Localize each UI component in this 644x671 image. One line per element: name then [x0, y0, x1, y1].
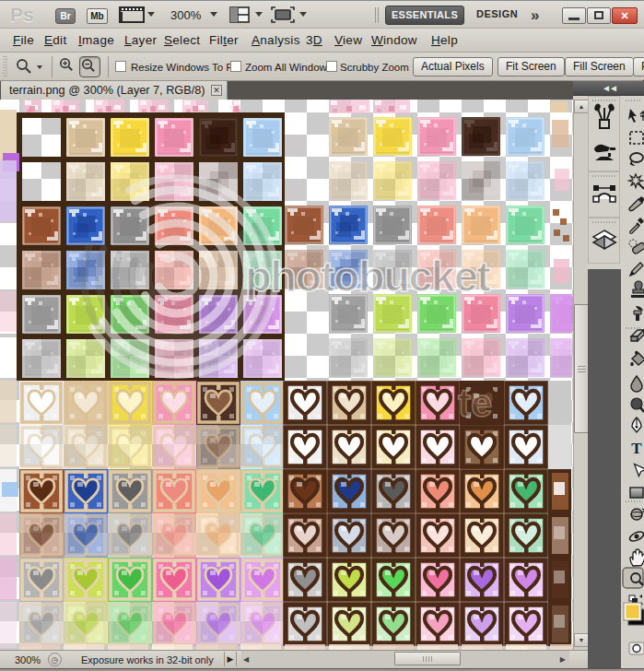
svg-text:photobucket: photobucket [245, 252, 491, 300]
svg-text:te: te [458, 382, 492, 425]
svg-text:T: T [631, 440, 642, 457]
